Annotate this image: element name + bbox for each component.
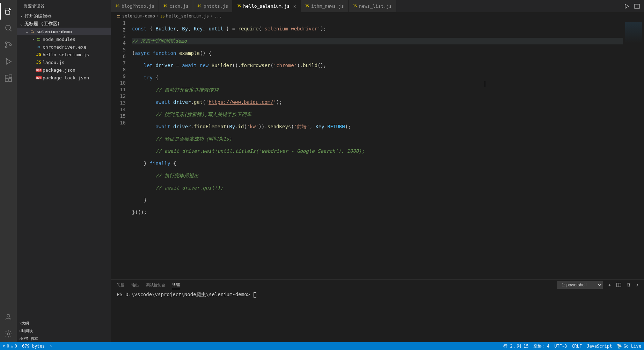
svg-rect-6 <box>5 79 8 81</box>
status-language[interactable]: JavaScript <box>587 344 612 349</box>
js-icon: JS <box>237 4 241 8</box>
status-bar: ⊘0 ⚠0 679 bytes ⚡ 行 2，列 15 空格: 4 UTF-8 C… <box>0 342 644 350</box>
svg-point-0 <box>6 25 10 30</box>
close-icon[interactable]: × <box>293 3 296 9</box>
npm-scripts-section[interactable]: › NPM 脚本 <box>17 335 111 342</box>
js-icon: JS <box>163 4 167 8</box>
settings-icon[interactable] <box>0 326 17 342</box>
status-bytes[interactable]: 679 bytes <box>22 344 45 349</box>
svg-point-2 <box>6 46 7 48</box>
tab-blogphtoo[interactable]: JSblogPhtoo.js <box>111 0 159 12</box>
explorer-sidebar: 资源管理器 › 打开的编辑器 ⌄ 无标题 (工作区) ⌄ 🗀 selenium-… <box>17 0 111 342</box>
svg-rect-8 <box>9 75 12 78</box>
tab-hello-selenium[interactable]: JShello_selenium.js× <box>233 0 301 12</box>
svg-rect-7 <box>9 79 12 81</box>
terminal-content[interactable]: PS D:\vscode\vsproject\Node爬虫\selenium-d… <box>111 290 644 342</box>
chevron-right-icon: › <box>210 14 213 19</box>
source-control-icon[interactable] <box>0 36 17 53</box>
status-golive[interactable]: 📡Go Live <box>617 344 641 349</box>
chevron-right-icon: › <box>19 321 21 326</box>
account-icon[interactable] <box>0 309 17 326</box>
run-icon[interactable] <box>624 3 629 9</box>
file-hello-selenium[interactable]: JS hello_selenium.js <box>17 51 111 58</box>
js-icon: JS <box>160 14 164 18</box>
js-icon: JS <box>353 4 357 8</box>
minimap[interactable] <box>623 20 644 279</box>
error-icon: ⊘ <box>3 344 5 349</box>
open-editors-section[interactable]: › 打开的编辑器 <box>17 12 111 20</box>
broadcast-icon: 📡 <box>617 344 622 349</box>
npm-icon: npm <box>36 69 42 72</box>
svg-point-4 <box>6 58 7 59</box>
svg-point-3 <box>10 44 12 46</box>
chevron-right-icon: › <box>19 336 21 341</box>
debug-icon[interactable] <box>0 53 17 70</box>
tab-news-list[interactable]: JSnews_list.js <box>349 0 396 12</box>
text-cursor <box>485 81 485 87</box>
timeline-section[interactable]: › 时间线 <box>17 327 111 335</box>
svg-point-1 <box>6 42 7 44</box>
folder-icon: 🗀 <box>29 29 36 34</box>
npm-icon: npm <box>36 76 42 79</box>
code-content[interactable]: const { Builder, By, Key, until } = requ… <box>132 20 623 279</box>
status-line-col[interactable]: 行 2，列 15 <box>503 343 528 349</box>
file-chromedriver[interactable]: ⚙ chromedriver.exe <box>17 43 111 51</box>
breadcrumbs[interactable]: 🗀 selenium-demo › JS hello_selenium.js ›… <box>111 12 644 20</box>
explorer-icon[interactable] <box>0 3 17 20</box>
svg-rect-5 <box>5 75 8 78</box>
bottom-panel: 问题 输出 调试控制台 终端 1: powershell ＋ ∧ PS D:\v… <box>111 279 644 342</box>
chevron-down-icon: ⌄ <box>24 30 29 34</box>
js-icon: JS <box>36 60 42 65</box>
folder-icon: 🗀 <box>36 37 42 42</box>
status-indent[interactable]: 空格: 4 <box>533 343 549 349</box>
js-icon: JS <box>115 4 119 8</box>
chevron-right-icon: › <box>19 14 24 18</box>
split-terminal-icon[interactable] <box>616 283 621 287</box>
file-lagou[interactable]: JS lagou.js <box>17 58 111 66</box>
terminal-selector[interactable]: 1: powershell <box>557 281 603 289</box>
exe-icon: ⚙ <box>36 44 42 49</box>
status-errors[interactable]: ⊘0 ⚠0 <box>3 344 17 349</box>
tab-csdn[interactable]: JScsdn.js <box>159 0 193 12</box>
activity-bar <box>0 0 17 342</box>
panel-tab-problems[interactable]: 问题 <box>117 281 124 289</box>
editor-tabs: JSblogPhtoo.js JScsdn.js JSphtots.js JSh… <box>111 0 644 12</box>
svg-point-9 <box>7 314 10 317</box>
file-package-json[interactable]: npm package.json <box>17 66 111 74</box>
line-numbers: 12345678910111213141516 <box>111 20 132 279</box>
js-icon: JS <box>36 52 42 57</box>
tab-phtots[interactable]: JSphtots.js <box>193 0 233 12</box>
new-terminal-icon[interactable]: ＋ <box>608 283 612 288</box>
file-package-lock[interactable]: npm package-lock.json <box>17 74 111 81</box>
tab-ithm-news[interactable]: JSithm_news.js <box>301 0 349 12</box>
outline-section[interactable]: › 大纲 <box>17 319 111 327</box>
panel-tab-debug[interactable]: 调试控制台 <box>146 281 165 289</box>
workspace-section[interactable]: ⌄ 无标题 (工作区) <box>17 20 111 28</box>
chevron-right-icon: › <box>19 329 21 333</box>
chevron-right-icon: › <box>156 14 159 19</box>
split-editor-icon[interactable] <box>634 3 640 9</box>
maximize-panel-icon[interactable]: ∧ <box>636 283 638 287</box>
code-editor[interactable]: 12345678910111213141516 const { Builder,… <box>111 20 644 279</box>
warning-icon: ⚠ <box>10 344 13 349</box>
status-port-icon[interactable]: ⚡ <box>50 344 52 349</box>
panel-tab-terminal[interactable]: 终端 <box>172 281 180 289</box>
js-icon: JS <box>197 4 202 8</box>
editor-area: JSblogPhtoo.js JScsdn.js JSphtots.js JSh… <box>111 0 644 342</box>
chevron-down-icon: ⌄ <box>19 22 24 26</box>
trash-icon[interactable] <box>626 283 631 287</box>
chevron-right-icon: › <box>31 37 36 41</box>
panel-tab-output[interactable]: 输出 <box>131 281 139 289</box>
js-icon: JS <box>305 4 309 8</box>
status-encoding[interactable]: UTF-8 <box>554 344 567 349</box>
terminal-cursor <box>254 292 256 298</box>
folder-selenium-demo[interactable]: ⌄ 🗀 selenium-demo <box>17 28 111 35</box>
folder-icon: 🗀 <box>117 14 121 19</box>
extensions-icon[interactable] <box>0 70 17 87</box>
folder-node-modules[interactable]: › 🗀 node_modules <box>17 35 111 43</box>
sidebar-title: 资源管理器 <box>17 0 111 12</box>
svg-point-10 <box>7 333 9 335</box>
status-eol[interactable]: CRLF <box>572 344 582 349</box>
search-icon[interactable] <box>0 20 17 36</box>
